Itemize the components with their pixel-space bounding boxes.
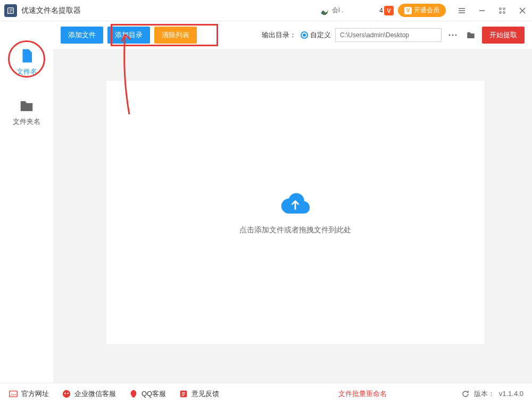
- svg-point-14: [132, 396, 135, 398]
- vip-badge: 4 V: [379, 6, 394, 15]
- close-button[interactable]: [517, 5, 528, 16]
- svg-point-12: [67, 392, 69, 394]
- vip-v-icon: V: [384, 6, 394, 15]
- clear-list-button[interactable]: 清除列表: [154, 27, 197, 44]
- highlight-circle: [8, 40, 45, 78]
- app-icon: [4, 4, 17, 17]
- svg-point-10: [63, 390, 70, 397]
- open-folder-button[interactable]: [464, 28, 478, 42]
- user-name: 会l .: [332, 6, 343, 15]
- svg-point-5: [449, 35, 451, 36]
- sidebar-label: 文件夹名: [13, 117, 40, 127]
- sidebar-item-filename[interactable]: 文件名: [16, 48, 37, 77]
- feedback-link[interactable]: 意见反馈: [179, 389, 219, 399]
- svg-point-13: [131, 390, 137, 397]
- user-avatar-icon: [319, 5, 330, 16]
- maximize-button[interactable]: [497, 5, 508, 16]
- minimize-button[interactable]: [477, 5, 487, 16]
- wechat-support-link[interactable]: 企业微信客服: [62, 389, 116, 399]
- radio-dot-icon: [301, 31, 308, 39]
- version-label: 版本：: [474, 389, 495, 399]
- sidebar-item-foldername[interactable]: 文件夹名: [13, 98, 40, 127]
- browse-button[interactable]: [446, 28, 460, 42]
- app-title: 优速文件名提取器: [21, 6, 81, 15]
- qq-support-link[interactable]: QQ客服: [129, 389, 166, 399]
- web-icon: .com: [9, 389, 18, 399]
- vip-button[interactable]: V 开通会员: [398, 4, 446, 17]
- footer: .com 官方网址 企业微信客服 QQ客服 意见反馈 文件批量重命名 版本： v…: [0, 383, 532, 404]
- refresh-icon[interactable]: [461, 390, 470, 398]
- batch-rename-link[interactable]: 文件批量重命名: [338, 389, 387, 399]
- qq-icon: [129, 389, 138, 399]
- add-dir-button[interactable]: 添加目录: [107, 27, 150, 44]
- toolbar: 添加文件 添加目录 清除列表 输出目录： 自定义 开始提取: [53, 21, 532, 49]
- svg-point-7: [455, 35, 457, 36]
- sidebar: 文件名 文件夹名: [0, 21, 53, 383]
- vip-btn-icon: V: [404, 7, 412, 14]
- menu-button[interactable]: [456, 5, 467, 16]
- folder-icon: [19, 98, 35, 114]
- svg-point-11: [64, 392, 66, 394]
- output-dir-label: 输出目录：: [262, 30, 296, 40]
- add-file-button[interactable]: 添加文件: [61, 27, 103, 44]
- svg-rect-3: [500, 12, 501, 13]
- user-area[interactable]: 会l .: [319, 5, 343, 16]
- official-site-link[interactable]: .com 官方网址: [9, 389, 49, 399]
- svg-rect-4: [503, 12, 505, 13]
- dropzone-text: 点击添加文件或者拖拽文件到此处: [239, 225, 351, 235]
- start-button[interactable]: 开始提取: [482, 27, 525, 44]
- dropzone[interactable]: 点击添加文件或者拖拽文件到此处: [106, 81, 484, 344]
- svg-rect-2: [503, 8, 505, 10]
- wechat-icon: [62, 389, 71, 399]
- radio-custom[interactable]: 自定义: [301, 30, 331, 40]
- feedback-icon: [179, 389, 188, 399]
- svg-text:.com: .com: [10, 392, 16, 395]
- titlebar: 优速文件名提取器 会l . 4 V V 开通会员: [0, 0, 532, 21]
- svg-point-6: [452, 35, 454, 36]
- output-path-input[interactable]: [335, 28, 442, 42]
- version-value: v1.1.4.0: [499, 390, 523, 398]
- svg-rect-1: [500, 8, 501, 10]
- main-area: 添加文件 添加目录 清除列表 输出目录： 自定义 开始提取: [53, 21, 532, 383]
- cloud-upload-icon: [279, 190, 311, 216]
